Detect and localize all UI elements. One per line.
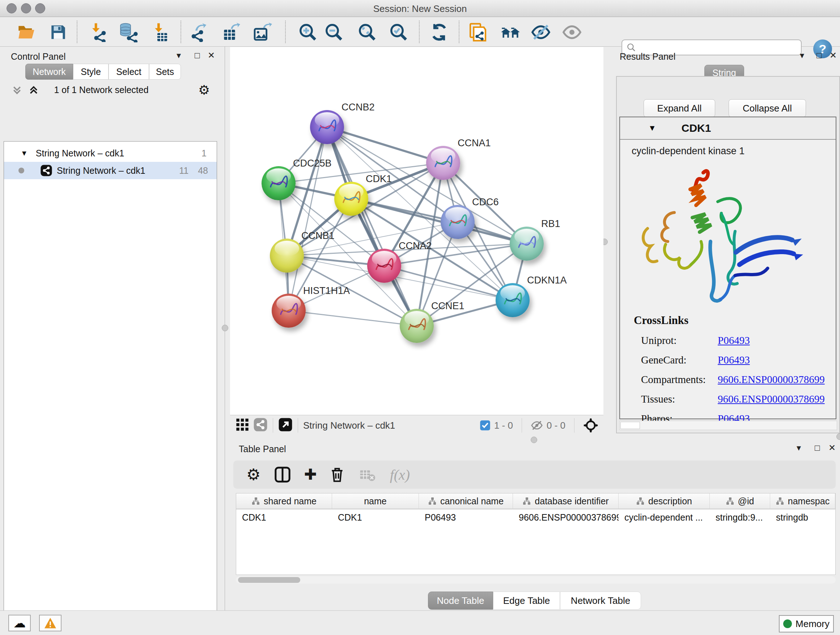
node-cdc6[interactable] [441,205,475,239]
column-header-canonical-name[interactable]: canonical name [419,494,513,509]
hide-selected-icon[interactable] [531,22,551,42]
tab-node-table[interactable]: Node Table [428,592,493,610]
column-header-database-identifier[interactable]: database identifier [513,494,619,509]
edge[interactable] [289,127,327,310]
warnings-button[interactable] [39,615,62,631]
table-row[interactable]: CDK1CDK1P064939606.ENSP00000378699cyclin… [236,509,835,525]
node-ccne1[interactable] [400,309,434,343]
network-canvas[interactable]: CCNB2CCNA1CDC25BCDK1CDC6RB1CCNB1CCNA2CDK… [230,47,603,415]
disclosure-triangle-icon[interactable]: ▼ [648,124,656,133]
column-header-name[interactable]: name [332,494,419,509]
import-network-from-database-icon[interactable] [118,22,138,42]
table-cell[interactable]: stringdb [770,509,835,525]
export-image-icon[interactable] [252,22,272,42]
table-cell[interactable]: cyclin-dependent ... [619,509,710,525]
panel-float-icon[interactable]: □ [815,443,820,453]
network-row[interactable]: String Network – cdk1 11 48 [4,162,217,179]
table-cell[interactable]: CDK1 [236,509,332,525]
table-hscrollbar[interactable] [236,576,836,584]
results-hscrollbar-thumb[interactable] [621,422,640,429]
crosslink-value[interactable]: P06493 [718,354,750,366]
tab-style[interactable]: Style [73,64,109,80]
results-hscrollbar[interactable] [619,421,837,430]
table-cell[interactable]: P06493 [419,509,513,525]
export-network-icon[interactable] [188,22,209,42]
zoom-out-icon[interactable] [324,22,344,42]
node-ccna1[interactable] [426,146,460,180]
zoom-fit-icon[interactable] [357,22,377,42]
node-cdc25b[interactable] [262,166,295,200]
node-ccnb2[interactable] [310,110,344,144]
splitter-handle[interactable] [222,325,228,331]
edge[interactable] [289,310,417,326]
delete-column-trash-icon[interactable] [329,467,345,483]
node-ccna2[interactable] [367,249,401,283]
node-label-ccna1: CCNA1 [458,138,491,149]
gear-icon[interactable]: ⚙ [246,467,261,483]
network-collection-row[interactable]: ▼ String Network – cdk1 1 [4,144,217,162]
tab-sets[interactable]: Sets [149,64,181,80]
node-cdkn1a[interactable] [496,283,530,317]
panel-close-icon[interactable]: ✕ [829,443,836,453]
import-network-icon[interactable] [88,22,109,42]
disclosure-triangle-icon[interactable]: ▼ [21,149,28,157]
column-header-namespac[interactable]: namespac [770,494,835,509]
panel-menu-icon[interactable]: ▾ [797,443,801,453]
import-table-icon[interactable] [150,22,171,42]
protein-structure-thumbnail [431,152,455,175]
panel-float-icon[interactable]: □ [195,50,200,60]
panel-close-icon[interactable]: ✕ [208,50,215,60]
panel-close-icon[interactable]: ✕ [829,50,837,60]
zoom-selected-icon[interactable] [388,22,409,42]
node-rb1[interactable] [510,226,544,261]
column-header-shared-name[interactable]: shared name [236,494,332,509]
table-hscrollbar-thumb[interactable] [238,577,300,583]
panel-menu-icon[interactable]: ▾ [177,50,181,60]
node-ccnb1[interactable] [270,239,304,272]
selected-checkbox-icon[interactable] [480,420,491,431]
export-table-icon[interactable] [221,22,241,42]
memory-button[interactable]: Memory [779,615,834,632]
save-session-icon[interactable] [48,22,68,42]
column-header-description[interactable]: description [619,494,710,509]
result-entry-header[interactable]: ▼ CDK1 [620,117,836,140]
show-columns-icon[interactable] [274,466,291,483]
crosslink-value[interactable]: 9606.ENSP00000378699 [718,374,825,386]
collapse-all-button[interactable]: Collapse All [729,99,806,117]
tab-select[interactable]: Select [109,64,149,80]
toolbar-separator [419,21,420,43]
detach-view-icon[interactable] [278,417,293,433]
network-view-icon[interactable] [253,417,268,433]
node-table[interactable]: shared namenamecanonical namedatabase id… [236,493,836,575]
node-label-ccna2: CCNA2 [399,241,432,252]
panel-menu-icon[interactable]: ▾ [800,50,804,60]
cloud-button[interactable]: ☁ [8,615,31,631]
tab-network[interactable]: Network [25,64,73,80]
table-cell[interactable]: CDK1 [332,509,419,525]
gear-icon[interactable]: ⚙ [198,82,210,98]
panel-float-icon[interactable]: □ [816,50,822,60]
column-type-icon [428,497,437,505]
open-session-icon[interactable] [16,22,36,42]
column-header--id[interactable]: @id [710,494,770,509]
edge[interactable] [327,127,443,163]
zoom-in-icon[interactable] [298,22,318,42]
edge[interactable] [351,199,527,244]
copy-style-icon[interactable] [468,22,488,42]
tab-edge-table[interactable]: Edge Table [493,592,560,610]
add-column-icon[interactable]: ✚ [304,467,317,482]
tab-network-table[interactable]: Network Table [560,592,641,610]
crosslink-value[interactable]: P06493 [718,334,750,347]
hidden-eye-icon[interactable] [531,419,543,432]
crosslink-value[interactable]: 9606.ENSP00000378699 [718,393,825,405]
node-hist1h1a[interactable] [272,294,306,328]
refresh-layout-icon[interactable] [429,22,449,42]
birdseye-crosshair-icon[interactable] [583,418,598,433]
node-cdk1[interactable] [334,182,368,216]
table-cell[interactable]: stringdb:9... [710,509,770,525]
table-cell[interactable]: 9606.ENSP00000378699 [513,509,619,525]
first-neighbors-icon[interactable] [500,22,521,42]
expand-all-button[interactable]: Expand All [644,99,715,117]
column-type-icon [726,497,734,505]
grid-view-icon[interactable] [235,417,249,433]
